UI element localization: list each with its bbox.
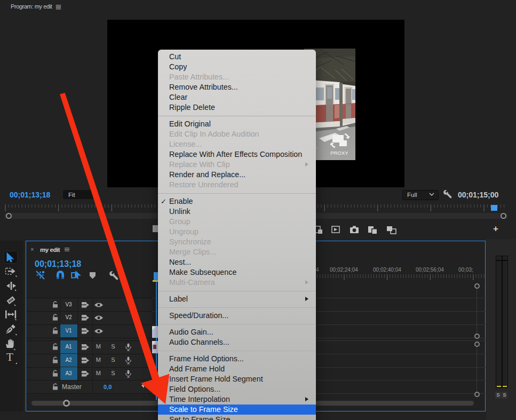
svg-text:00;02;40;04: 00;02;40;04 — [373, 267, 401, 273]
svg-text:00;02;56;04: 00;02;56;04 — [416, 267, 444, 273]
svg-text:4: 4 — [316, 267, 319, 273]
svg-text:00;03;: 00;03; — [458, 267, 473, 273]
svg-text:PROXY: PROXY — [330, 150, 348, 156]
svg-text:00;02;24;04: 00;02;24;04 — [330, 267, 358, 273]
